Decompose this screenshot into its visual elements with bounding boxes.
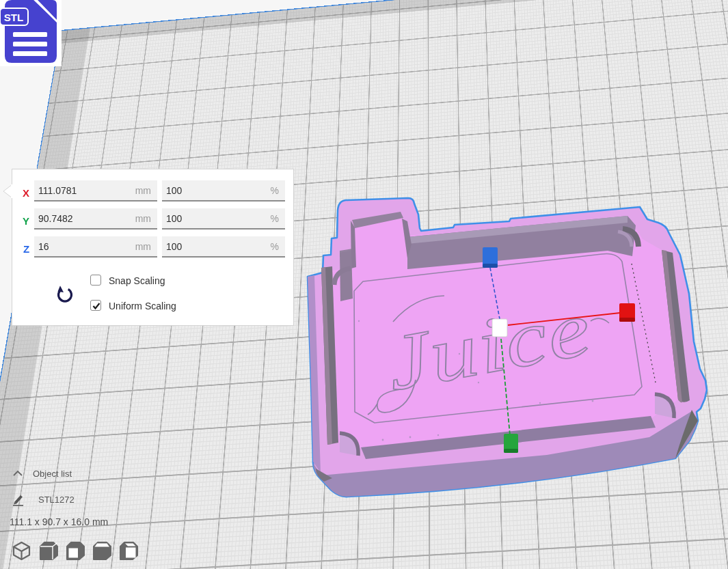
svg-text:STL: STL xyxy=(4,12,23,23)
